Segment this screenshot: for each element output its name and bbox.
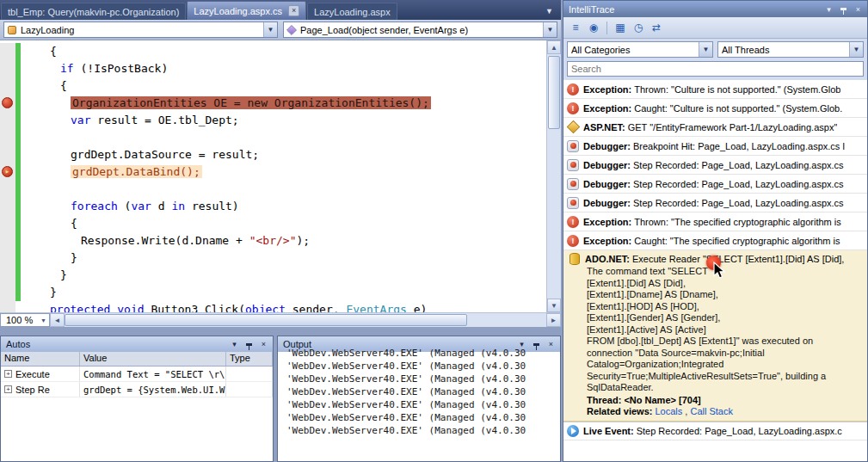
code-line-text[interactable]: } (21, 284, 57, 301)
column-header-name[interactable]: Name (1, 352, 80, 366)
code-line-text[interactable]: protected void Button3_Click(object send… (21, 301, 427, 312)
close-icon[interactable]: × (288, 5, 299, 16)
scrollbar-thumb[interactable] (65, 314, 467, 326)
trace-pointer-icon[interactable]: ▸ (2, 166, 13, 177)
link-locals[interactable]: Locals (655, 406, 682, 416)
code-line-text[interactable]: OrganizationEntities OE = new Organizati… (21, 95, 431, 112)
close-icon[interactable]: × (852, 3, 865, 15)
scroll-down-button[interactable]: ▼ (547, 299, 561, 312)
event-row[interactable]: Exception:Thrown: "The specified cryptog… (563, 213, 867, 231)
event-row[interactable]: Debugger:Step Recorded: Page_Load, LazyL… (563, 194, 867, 213)
event-row[interactable]: ASP.NET:GET "/EntityFramework Part-1/Laz… (563, 118, 867, 137)
column-header-value[interactable]: Value (80, 352, 226, 366)
editor-vertical-scrollbar[interactable]: ▲ ▼ (546, 40, 561, 312)
table-row[interactable]: +Step RegrdDept = {System.Web.UI.W (1, 382, 273, 397)
history-icon[interactable]: ◷ (631, 20, 646, 35)
zoom-selector[interactable]: 100 % ▼ (0, 313, 50, 327)
scroll-left-button[interactable]: ◄ (50, 313, 65, 327)
autos-title-bar[interactable]: Autos ▾× (1, 336, 273, 352)
event-row[interactable]: Exception:Caught: "Culture is not suppor… (563, 99, 867, 118)
event-row[interactable]: Debugger:Breakpoint Hit: Page_Load, Lazy… (563, 137, 867, 156)
chevron-down-icon[interactable]: ▼ (263, 22, 277, 37)
event-row[interactable]: Exception:Thrown: "Culture is not suppor… (563, 80, 867, 99)
types-dropdown[interactable]: LazyLoading ▼ (3, 22, 278, 38)
code-line-text[interactable] (21, 181, 29, 198)
chevron-down-icon[interactable]: ▼ (543, 22, 557, 37)
expander-icon[interactable]: + (4, 370, 12, 378)
gutter-cell[interactable] (0, 215, 15, 232)
record-icon[interactable]: ◉ (586, 20, 601, 35)
table-view-icon[interactable]: ▦ (613, 20, 628, 35)
expander-icon[interactable]: + (4, 385, 12, 393)
switch-view-icon[interactable]: ⇄ (649, 20, 664, 35)
chevron-down-icon[interactable]: ▼ (40, 317, 46, 323)
column-header-type[interactable]: Type (226, 352, 273, 366)
gutter-cell[interactable]: ▸ (0, 163, 15, 181)
code-line-text[interactable]: } (21, 267, 67, 284)
code-line-text[interactable] (21, 129, 29, 146)
output-lines[interactable]: 'WebDev.WebServer40.EXE' (Managed (v4.0.… (278, 347, 560, 461)
event-row[interactable]: Debugger:Step Recorded: Page_Load, LazyL… (563, 156, 867, 175)
variable-name: Step Re (15, 385, 50, 395)
gutter-cell[interactable] (0, 267, 15, 284)
event-row[interactable]: Exception:Caught: "The specified cryptog… (563, 231, 867, 250)
window-position-icon[interactable]: ▾ (822, 3, 835, 15)
scrollbar-thumb[interactable] (548, 56, 560, 129)
gutter-cell[interactable] (0, 129, 15, 146)
gutter-cell[interactable] (0, 112, 15, 129)
gutter-cell[interactable] (0, 249, 15, 267)
window-position-icon[interactable]: ▾ (228, 338, 241, 350)
tab-overflow-icon[interactable]: ▼ (545, 7, 561, 20)
gutter-cell[interactable] (0, 60, 15, 77)
intellitrace-title-bar[interactable]: IntelliTrace ▾× (563, 1, 867, 17)
events-list-icon[interactable]: ≡ (568, 20, 583, 35)
event-row-live[interactable]: Live Event:Step Recorded: Page_Load, Laz… (563, 422, 867, 440)
chevron-down-icon[interactable]: ▼ (849, 42, 863, 57)
code-line-text[interactable]: grdDept.DataBind(); (21, 163, 202, 181)
tab-lazyloading-aspx[interactable]: LazyLoading.aspx (307, 3, 397, 20)
code-line-text[interactable]: Response.Write(d.Dname + "<br/>"); (21, 232, 310, 249)
code-editor[interactable]: {if (!IsPostBack){OrganizationEntities O… (0, 40, 561, 312)
editor-horizontal-scrollbar[interactable]: 100 % ▼ ◄ ► (0, 312, 561, 327)
gutter-cell[interactable] (0, 146, 15, 163)
pin-icon[interactable] (837, 3, 850, 15)
table-row[interactable]: +ExecuteCommand Text = "SELECT \r\ (1, 367, 273, 382)
gutter-cell[interactable] (0, 198, 15, 215)
scrollbar-track[interactable] (467, 313, 546, 327)
gutter-cell[interactable] (0, 301, 15, 312)
threads-filter-dropdown[interactable]: All Threads ▼ (717, 41, 864, 58)
gutter-cell[interactable] (0, 284, 15, 301)
scrollbar-track[interactable] (547, 131, 561, 299)
code-line-text[interactable]: { (21, 77, 67, 95)
gutter-cell[interactable] (0, 95, 15, 112)
code-line-text[interactable]: if (!IsPostBack) (21, 60, 168, 77)
members-dropdown[interactable]: Page_Load(object sender, EventArgs e) ▼ (283, 22, 557, 38)
gutter-cell[interactable] (0, 77, 15, 95)
code-line-text[interactable]: foreach (var d in result) (21, 198, 239, 215)
code-line-text[interactable]: { (21, 215, 77, 232)
event-category: Debugger: (583, 179, 631, 189)
categories-filter-dropdown[interactable]: All Categories ▼ (567, 41, 713, 58)
link-call-stack[interactable]: Call Stack (690, 406, 733, 416)
search-input[interactable] (567, 61, 864, 77)
gutter-cell[interactable] (0, 232, 15, 249)
scroll-right-button[interactable]: ► (546, 313, 561, 327)
code-line-text[interactable]: grdDept.DataSource = result; (21, 146, 259, 163)
gutter-cell[interactable] (0, 43, 15, 60)
event-row[interactable]: Debugger:Step Recorded: Page_Load, LazyL… (563, 175, 867, 194)
tab-lazyloading-aspx-cs[interactable]: LazyLoading.aspx.cs× (187, 1, 306, 20)
output-line: 'WebDev.WebServer40.EXE' (Managed (v4.0.… (286, 347, 560, 360)
code-line-text[interactable]: } (21, 249, 77, 267)
code-line: foreach (var d in result) (0, 198, 546, 215)
code-area[interactable]: {if (!IsPostBack){OrganizationEntities O… (0, 40, 546, 312)
close-icon[interactable]: × (257, 338, 270, 350)
tab-tbl-emp-query-makvin-pc-organization[interactable]: tbl_Emp: Query(makvin-pc.Organization) (1, 3, 186, 20)
scroll-up-button[interactable]: ▲ (547, 40, 561, 54)
code-line-text[interactable]: { (21, 43, 57, 60)
chevron-down-icon[interactable]: ▼ (699, 42, 712, 57)
breakpoint-icon[interactable] (2, 97, 13, 108)
code-line-text[interactable]: var result = OE.tbl_Dept; (21, 112, 239, 129)
autos-title: Autos (6, 339, 30, 349)
gutter-cell[interactable] (0, 181, 15, 198)
pin-icon[interactable] (243, 338, 255, 350)
